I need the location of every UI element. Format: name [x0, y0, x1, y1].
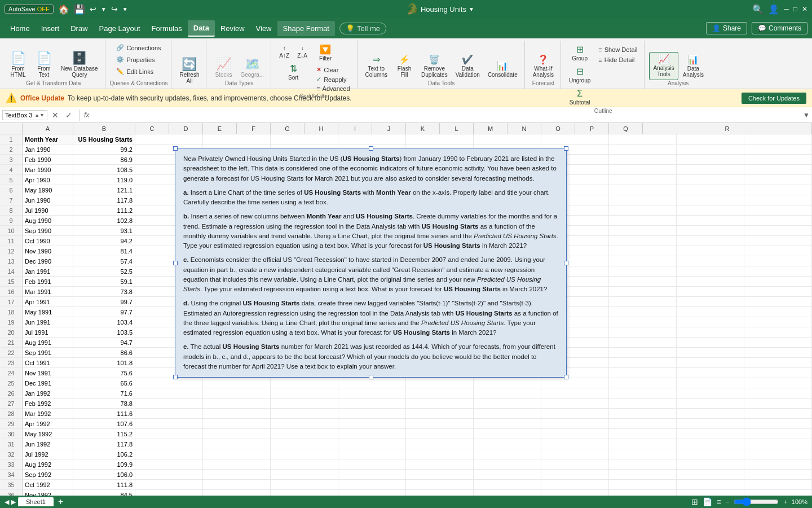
cell-housing-starts[interactable]: 73.8 — [73, 287, 135, 296]
cell-month-year[interactable]: Nov 1990 — [23, 246, 73, 256]
cell-month-year[interactable]: Jun 1990 — [23, 195, 73, 205]
cell-empty[interactable] — [541, 398, 609, 408]
col-header-B[interactable]: B — [73, 123, 135, 134]
cell-month-year[interactable]: Apr 1992 — [23, 419, 73, 428]
cell-empty[interactable] — [474, 134, 541, 144]
cell-empty[interactable] — [135, 388, 203, 398]
cell-month-year[interactable]: Aug 1990 — [23, 216, 73, 225]
cell-empty[interactable] — [609, 144, 677, 154]
cell-empty[interactable] — [609, 205, 677, 215]
cell-empty[interactable] — [609, 327, 677, 337]
cell-empty[interactable] — [744, 388, 812, 398]
cell-empty[interactable] — [744, 307, 812, 317]
cell-empty[interactable] — [609, 155, 677, 164]
cell-empty[interactable] — [744, 226, 812, 235]
col-header-G[interactable]: G — [271, 123, 304, 134]
cell-empty[interactable] — [744, 317, 812, 327]
user-icon[interactable]: 👤 — [768, 4, 779, 15]
cell-empty[interactable] — [744, 256, 812, 266]
cell-empty[interactable] — [677, 338, 744, 347]
cell-empty[interactable] — [135, 470, 203, 479]
minimize-icon[interactable]: ─ — [784, 5, 789, 13]
cell-empty[interactable] — [338, 419, 406, 428]
cell-empty[interactable] — [609, 490, 677, 496]
cell-housing-starts[interactable]: 99.2 — [73, 144, 135, 154]
cell-empty[interactable] — [474, 480, 541, 489]
cell-empty[interactable] — [203, 388, 271, 398]
cell-empty[interactable] — [135, 409, 203, 418]
col-header-O[interactable]: O — [541, 123, 575, 134]
cell-empty[interactable] — [203, 470, 271, 479]
cell-empty[interactable] — [677, 165, 744, 174]
cell-housing-starts[interactable]: 57.4 — [73, 256, 135, 266]
cell-empty[interactable] — [609, 175, 677, 185]
redo-icon[interactable]: ↪ — [111, 5, 118, 14]
sort-az-button[interactable]: ↑ A↑Z — [276, 43, 293, 61]
cell-housing-starts[interactable]: 78.8 — [73, 398, 135, 408]
cell-empty[interactable] — [609, 134, 677, 144]
cell-empty[interactable] — [474, 398, 541, 408]
consolidate-button[interactable]: 📊 Consolidate — [484, 59, 521, 80]
cell-housing-starts[interactable]: 103.4 — [73, 317, 135, 327]
cell-housing-starts[interactable]: 102.8 — [73, 216, 135, 225]
cell-empty[interactable] — [203, 419, 271, 428]
cell-empty[interactable] — [609, 297, 677, 306]
cell-empty[interactable] — [474, 388, 541, 398]
cell-empty[interactable] — [406, 459, 474, 469]
menu-page-layout[interactable]: Page Layout — [94, 21, 146, 36]
sheet-tab-sheet1[interactable]: Sheet1 — [18, 497, 54, 506]
cell-empty[interactable] — [271, 398, 338, 408]
remove-duplicates-button[interactable]: 🗑️ RemoveDuplicates — [418, 53, 451, 80]
handle-br[interactable] — [564, 375, 568, 379]
cell-month-year[interactable]: Jun 1992 — [23, 439, 73, 449]
cell-housing-starts[interactable]: 106.2 — [73, 449, 135, 459]
cell-empty[interactable] — [609, 419, 677, 428]
cell-empty[interactable] — [609, 165, 677, 174]
cell-empty[interactable] — [338, 480, 406, 489]
cell-empty[interactable] — [677, 490, 744, 496]
cell-empty[interactable] — [609, 195, 677, 205]
cell-month-year[interactable]: Sep 1990 — [23, 226, 73, 235]
cell-empty[interactable] — [744, 449, 812, 459]
cell-empty[interactable] — [271, 449, 338, 459]
cell-housing-starts[interactable]: 94.7 — [73, 338, 135, 347]
cell-empty[interactable] — [203, 378, 271, 388]
cell-empty[interactable] — [541, 134, 609, 144]
cell-empty[interactable] — [609, 409, 677, 418]
cell-empty[interactable] — [677, 185, 744, 195]
cell-empty[interactable] — [677, 317, 744, 327]
cell-empty[interactable] — [744, 409, 812, 418]
cell-housing-starts[interactable]: 86.9 — [73, 155, 135, 164]
cell-empty[interactable] — [677, 388, 744, 398]
cell-empty[interactable] — [609, 317, 677, 327]
cell-empty[interactable] — [744, 134, 812, 144]
cell-month-year[interactable]: Oct 1991 — [23, 358, 73, 367]
menu-draw[interactable]: Draw — [65, 21, 93, 36]
cell-empty[interactable] — [271, 429, 338, 439]
text-to-columns-button[interactable]: ⇒ Text toColumns — [362, 53, 391, 80]
clear-button[interactable]: ✕ Clear — [313, 65, 342, 75]
flash-fill-button[interactable]: ⚡ FlashFill — [392, 53, 417, 80]
cell-housing-starts[interactable]: 65.6 — [73, 378, 135, 388]
cell-empty[interactable] — [677, 216, 744, 225]
cell-empty[interactable] — [744, 459, 812, 469]
cell-empty[interactable] — [744, 155, 812, 164]
cell-empty[interactable] — [677, 246, 744, 256]
cell-month-year[interactable]: May 1991 — [23, 307, 73, 317]
menu-formulas[interactable]: Formulas — [146, 21, 188, 36]
cell-housing-starts[interactable]: 84.5 — [73, 490, 135, 496]
cell-empty[interactable] — [474, 490, 541, 496]
reapply-button[interactable]: ✓ Reapply — [313, 75, 350, 84]
textbox-overlay[interactable]: New Privately Owned Housing Units Starte… — [175, 148, 567, 378]
cell-empty[interactable] — [677, 470, 744, 479]
maximize-icon[interactable]: □ — [793, 5, 797, 13]
from-html-button[interactable]: 📄 FromHTML — [6, 50, 30, 80]
cell-housing-starts[interactable]: 97.7 — [73, 307, 135, 317]
col-header-Q[interactable]: Q — [609, 123, 643, 134]
cell-empty[interactable] — [677, 195, 744, 205]
cell-empty[interactable] — [677, 358, 744, 367]
cell-empty[interactable] — [744, 236, 812, 246]
cell-month-year[interactable]: Sep 1991 — [23, 348, 73, 357]
col-header-D[interactable]: D — [169, 123, 203, 134]
cell-empty[interactable] — [406, 429, 474, 439]
